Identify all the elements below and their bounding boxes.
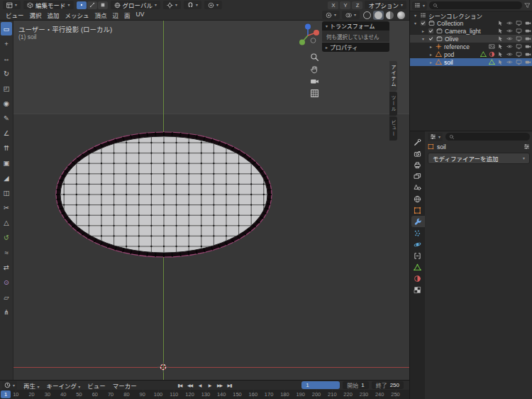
properties-tab-render[interactable] [410, 148, 425, 159]
render-visibility-icon[interactable] [525, 28, 531, 34]
tool-inset-faces[interactable]: ▣ [1, 156, 12, 170]
frame-start-field[interactable]: 開始 1 [343, 381, 368, 389]
disclosure-icon[interactable]: ▾ [421, 36, 426, 41]
add-modifier-button[interactable]: モディファイアーを追加 ▾ [428, 153, 530, 164]
editor-type-button[interactable]: ▾ [3, 1, 21, 9]
outliner-row-Camera_light[interactable]: ▸ Camera_light [410, 27, 532, 35]
disclosure-icon[interactable]: ▾ [413, 21, 418, 26]
menu-edge[interactable]: 辺 [110, 11, 122, 19]
timeline-ruler[interactable]: 1020304050607080901001101201301401501601… [0, 390, 409, 399]
current-frame-field[interactable]: 1 [301, 381, 340, 389]
jump-to-start-button[interactable]: ▮◀ [176, 381, 184, 389]
tool-scale[interactable]: ◰ [1, 82, 12, 95]
menu-mesh[interactable]: メッシュ [62, 11, 92, 19]
navigation-gizmo[interactable] [294, 21, 322, 50]
render-visibility-icon[interactable] [525, 35, 531, 42]
outliner-row-scene-collection[interactable]: ▾ シーンコレクション [410, 11, 532, 19]
menu-uv[interactable]: UV [133, 11, 148, 19]
tool-move[interactable]: ↔ [1, 52, 12, 65]
tool-rotate[interactable]: ↻ [1, 67, 12, 80]
render-visibility-icon[interactable] [525, 43, 531, 50]
npanel-tab-1[interactable]: ツール [389, 92, 397, 116]
hide-icon[interactable] [506, 28, 513, 34]
properties-tab-constraints[interactable] [410, 250, 425, 261]
hand-icon[interactable] [310, 65, 319, 74]
tool-cursor[interactable]: + [1, 37, 12, 50]
camera-icon[interactable] [310, 77, 319, 86]
shading-rendered-button[interactable] [396, 11, 406, 20]
mirror-y-button[interactable]: Y [340, 1, 350, 9]
frame-end-field[interactable]: 終了 250 [372, 381, 404, 389]
transform-panel-header[interactable]: ▾ トランスフォーム [322, 21, 389, 31]
tool-shrink-fatten[interactable]: ⊙ [1, 275, 12, 289]
tool-poly-build[interactable]: △ [1, 216, 12, 229]
grid-icon[interactable] [310, 89, 319, 98]
viewport-visibility-icon[interactable] [516, 59, 522, 65]
viewport-3d[interactable]: ユーザー・平行投影 (ローカル) (1) soil ▾ トランスフォーム 何も選… [0, 20, 409, 380]
transform-gizmo-dropdown[interactable]: ▾ [322, 11, 340, 19]
outliner-row-Collection[interactable]: ▾ Collection [410, 19, 532, 27]
render-visibility-icon[interactable] [525, 59, 531, 65]
properties-tab-scene[interactable] [410, 182, 425, 193]
pivot-dropdown[interactable]: ▾ [163, 1, 181, 9]
menu-vertex[interactable]: 頂点 [92, 11, 110, 19]
npanel-tab-2[interactable]: ビュー [389, 116, 397, 141]
zoom-icon[interactable] [310, 53, 319, 62]
properties-search-input[interactable] [445, 133, 530, 141]
shading-wireframe-button[interactable] [362, 11, 372, 20]
next-keyframe-button[interactable]: ▶▶ [216, 381, 224, 389]
selectable-icon[interactable] [497, 43, 504, 50]
snap-toggle[interactable]: ▾ [184, 1, 201, 9]
shading-material-preview-button[interactable] [384, 11, 395, 20]
npanel-tab-0[interactable]: アイテム [389, 61, 397, 91]
filter-icon[interactable] [524, 2, 531, 9]
selectable-icon[interactable] [497, 35, 504, 42]
properties-tab-object-data[interactable] [410, 261, 425, 273]
render-visibility-icon[interactable] [525, 20, 531, 26]
selectable-icon[interactable] [497, 28, 504, 34]
viewport-visibility-icon[interactable] [516, 35, 522, 42]
hide-icon[interactable] [506, 35, 513, 42]
collection-checkbox-icon[interactable] [428, 35, 434, 42]
hide-icon[interactable] [506, 43, 513, 50]
tool-smooth[interactable]: ≈ [1, 246, 12, 259]
outliner-editor-button[interactable]: ▾ [412, 1, 427, 10]
mirror-x-button[interactable]: X [328, 1, 338, 9]
tool-bevel[interactable]: ◢ [1, 171, 12, 185]
tool-extrude-region[interactable]: ⇈ [1, 141, 12, 155]
outliner-row-reference[interactable]: ▸ reference [410, 43, 532, 50]
properties-tab-texture[interactable] [410, 284, 425, 295]
tool-loop-cut[interactable]: ◫ [1, 186, 12, 200]
viewport-visibility-icon[interactable] [516, 51, 522, 58]
menu-face[interactable]: 面 [121, 11, 133, 19]
selectable-icon[interactable] [497, 59, 504, 65]
mode-dropdown[interactable]: 編集モード ▾ [23, 1, 74, 9]
properties-tab-active-tool[interactable] [410, 136, 425, 148]
properties-tab-world[interactable] [410, 193, 425, 204]
tool-rip-region[interactable]: ⋔ [1, 305, 12, 319]
shading-solid-button[interactable] [373, 11, 384, 20]
options-dropdown[interactable]: オプション ▾ [365, 1, 406, 9]
timeline-menu-view[interactable]: ビュー [84, 381, 109, 390]
proportional-editing-toggle[interactable]: ▾ [204, 1, 222, 9]
playhead[interactable]: 1 [1, 390, 11, 398]
properties-tab-output[interactable] [410, 159, 425, 170]
properties-editor-button[interactable]: ▾ [428, 133, 443, 141]
properties-tab-view-layer[interactable] [410, 170, 425, 182]
selectable-icon[interactable] [497, 20, 504, 26]
render-visibility-icon[interactable] [525, 51, 531, 58]
tool-annotate[interactable]: ✎ [1, 111, 12, 125]
disclosure-icon[interactable]: ▸ [421, 28, 426, 33]
viewport-visibility-icon[interactable] [516, 28, 522, 34]
edge-select-button[interactable] [87, 1, 97, 9]
pin-options-icon[interactable] [523, 143, 530, 150]
timeline-menu-keying[interactable]: キーイング ▾ [43, 381, 83, 390]
collection-checkbox-icon[interactable] [420, 20, 426, 26]
hide-icon[interactable] [506, 51, 513, 58]
mesh-object-soil[interactable] [50, 127, 277, 262]
properties-tab-physics[interactable] [410, 239, 425, 250]
outliner-row-pod[interactable]: ▸ pod [410, 50, 532, 58]
previous-keyframe-button[interactable]: ◀◀ [186, 381, 194, 389]
play-reverse-button[interactable]: ◀ [196, 381, 204, 389]
collection-checkbox-icon[interactable] [428, 28, 434, 34]
